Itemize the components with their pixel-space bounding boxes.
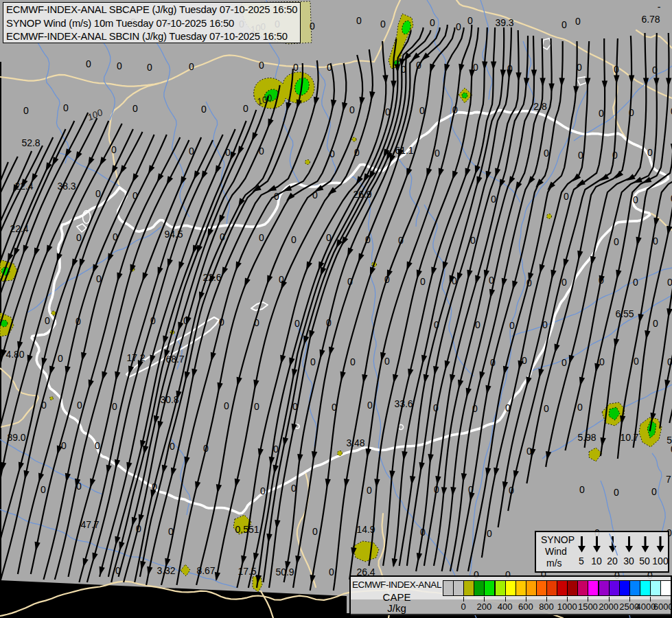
svg-text:22.6: 22.6 [202, 272, 221, 283]
svg-text:0: 0 [310, 21, 315, 32]
svg-text:0: 0 [189, 61, 194, 72]
svg-text:0: 0 [564, 191, 569, 202]
svg-text:0: 0 [651, 486, 657, 497]
svg-text:0: 0 [367, 485, 372, 496]
svg-text:0: 0 [505, 402, 511, 413]
svg-text:0: 0 [561, 19, 567, 30]
svg-text:0: 0 [327, 62, 332, 73]
svg-text:0: 0 [475, 319, 480, 330]
svg-text:0: 0 [350, 356, 356, 367]
svg-text:3.32: 3.32 [157, 565, 175, 576]
svg-text:50.9: 50.9 [275, 566, 294, 577]
svg-text:10.7: 10.7 [620, 432, 638, 443]
svg-text:0: 0 [279, 274, 284, 285]
svg-text:0.551: 0.551 [235, 524, 259, 535]
svg-text:0: 0 [332, 402, 337, 413]
svg-text:0: 0 [291, 234, 297, 245]
svg-text:0: 0 [310, 356, 316, 367]
svg-text:0: 0 [577, 62, 582, 73]
svg-text:0: 0 [312, 190, 318, 201]
svg-text:0: 0 [489, 275, 494, 286]
svg-text:4.80: 4.80 [5, 349, 24, 360]
svg-text:0: 0 [633, 194, 638, 205]
svg-text:0: 0 [544, 148, 549, 159]
svg-text:0: 0 [356, 15, 362, 26]
svg-text:0: 0 [132, 103, 138, 114]
svg-text:0: 0 [152, 481, 157, 492]
svg-text:0: 0 [86, 58, 91, 69]
svg-text:0: 0 [507, 63, 513, 74]
svg-text:0: 0 [509, 320, 515, 331]
svg-text:0: 0 [220, 231, 225, 242]
svg-text:0: 0 [115, 565, 121, 576]
svg-text:0: 0 [434, 319, 439, 330]
svg-text:52.8: 52.8 [21, 137, 40, 148]
svg-text:0: 0 [329, 566, 334, 577]
svg-text:22.4: 22.4 [14, 181, 33, 192]
svg-text:0: 0 [420, 276, 426, 287]
svg-text:0: 0 [117, 60, 122, 71]
svg-text:0: 0 [526, 446, 532, 457]
svg-text:5.98: 5.98 [577, 432, 596, 443]
svg-text:61.1: 61.1 [395, 145, 413, 156]
svg-text:0: 0 [77, 400, 82, 411]
svg-text:0: 0 [435, 148, 440, 159]
svg-text:0: 0 [326, 232, 332, 243]
svg-text:17.5: 17.5 [237, 566, 256, 577]
svg-text:0: 0 [224, 400, 229, 411]
svg-text:0: 0 [487, 528, 492, 539]
svg-text:0: 0 [577, 402, 583, 413]
svg-text:0: 0 [384, 274, 390, 285]
svg-text:0: 0 [420, 527, 426, 538]
svg-text:0: 0 [365, 234, 371, 245]
svg-text:0: 0 [254, 317, 259, 328]
svg-text:0: 0 [667, 277, 672, 288]
svg-text:0: 0 [354, 147, 360, 158]
svg-text:0: 0 [95, 188, 101, 199]
svg-text:0: 0 [467, 15, 473, 26]
svg-text:0: 0 [398, 235, 404, 246]
svg-text:0: 0 [468, 484, 474, 495]
svg-text:0: 0 [647, 147, 653, 158]
svg-text:0: 0 [254, 401, 259, 412]
svg-text:0: 0 [291, 483, 297, 494]
svg-text:47.7: 47.7 [80, 519, 99, 530]
svg-text:22.4: 22.4 [10, 223, 28, 234]
svg-text:-: - [658, 1, 661, 12]
svg-text:0: 0 [614, 487, 619, 498]
svg-text:0: 0 [293, 62, 299, 73]
svg-text:5.: 5. [667, 435, 672, 446]
svg-text:30.8: 30.8 [160, 394, 178, 405]
svg-text:33.6: 33.6 [394, 398, 413, 409]
svg-text:0: 0 [633, 277, 638, 288]
svg-text:0: 0 [312, 526, 318, 537]
svg-text:8.67: 8.67 [196, 565, 215, 576]
svg-text:0: 0 [225, 147, 231, 158]
svg-text:14.9: 14.9 [356, 524, 375, 535]
svg-text:0: 0 [473, 62, 478, 73]
svg-text:0: 0 [561, 357, 567, 368]
svg-text:0: 0 [509, 485, 514, 496]
svg-text:94.5: 94.5 [164, 229, 183, 240]
svg-text:0: 0 [526, 277, 532, 288]
svg-text:0: 0 [274, 191, 279, 202]
svg-text:0: 0 [347, 276, 353, 287]
svg-text:0: 0 [259, 232, 264, 243]
svg-text:0: 0 [614, 64, 619, 75]
svg-text:0: 0 [150, 315, 156, 326]
svg-text:0: 0 [634, 356, 639, 367]
svg-text:0: 0 [434, 484, 439, 495]
svg-text:0: 0 [259, 60, 264, 71]
svg-text:0: 0 [384, 356, 390, 367]
svg-text:0: 0 [367, 400, 373, 411]
svg-text:0: 0 [76, 481, 82, 492]
svg-text:3.48: 3.48 [346, 437, 364, 448]
svg-text:0: 0 [329, 148, 335, 159]
svg-text:0: 0 [491, 194, 496, 205]
svg-text:0: 0 [599, 108, 604, 119]
svg-text:0: 0 [96, 273, 102, 284]
svg-text:0: 0 [614, 236, 619, 247]
svg-text:0: 0 [132, 190, 138, 201]
svg-text:0: 0 [653, 318, 658, 329]
svg-text:0: 0 [629, 107, 634, 118]
